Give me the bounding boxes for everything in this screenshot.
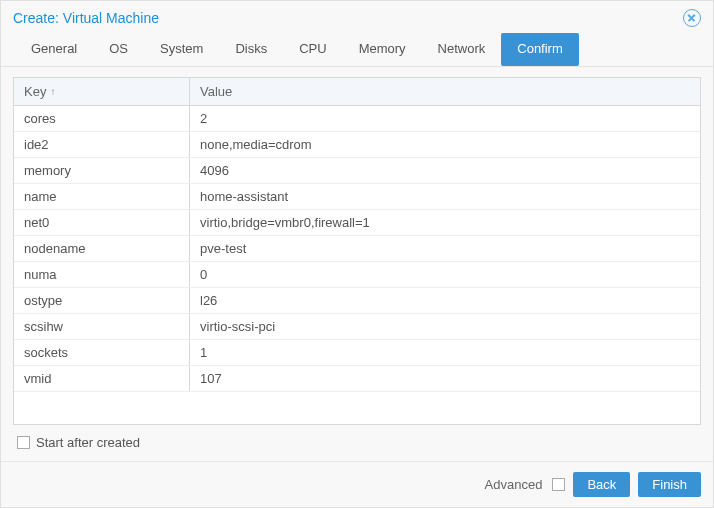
column-header-value-label: Value <box>200 84 232 99</box>
cell-value: virtio,bridge=vmbr0,firewall=1 <box>190 210 700 235</box>
cell-key: net0 <box>14 210 190 235</box>
tab-disks[interactable]: Disks <box>219 33 283 66</box>
grid-header: Key ↑ Value <box>14 78 700 106</box>
tab-general[interactable]: General <box>15 33 93 66</box>
table-row[interactable]: net0 virtio,bridge=vmbr0,firewall=1 <box>14 210 700 236</box>
cell-value: 0 <box>190 262 700 287</box>
grid-body: cores 2 ide2 none,media=cdrom memory 409… <box>14 106 700 424</box>
table-row[interactable]: sockets 1 <box>14 340 700 366</box>
table-row[interactable]: memory 4096 <box>14 158 700 184</box>
table-row[interactable]: scsihw virtio-scsi-pci <box>14 314 700 340</box>
cell-value: none,media=cdrom <box>190 132 700 157</box>
cell-value: 2 <box>190 106 700 131</box>
tab-network[interactable]: Network <box>422 33 502 66</box>
wizard-tabs: General OS System Disks CPU Memory Netwo… <box>1 33 713 67</box>
tab-os[interactable]: OS <box>93 33 144 66</box>
dialog-footer: Advanced Back Finish <box>1 461 713 507</box>
cell-key: memory <box>14 158 190 183</box>
cell-value: 107 <box>190 366 700 391</box>
tab-system[interactable]: System <box>144 33 219 66</box>
table-row[interactable]: cores 2 <box>14 106 700 132</box>
cell-value: pve-test <box>190 236 700 261</box>
cell-key: sockets <box>14 340 190 365</box>
cell-value: home-assistant <box>190 184 700 209</box>
column-header-key-label: Key <box>24 84 46 99</box>
cell-key: vmid <box>14 366 190 391</box>
sort-asc-icon: ↑ <box>50 86 55 97</box>
cell-value: 4096 <box>190 158 700 183</box>
table-row[interactable]: ostype l26 <box>14 288 700 314</box>
cell-value: virtio-scsi-pci <box>190 314 700 339</box>
cell-key: nodename <box>14 236 190 261</box>
column-header-key[interactable]: Key ↑ <box>14 78 190 105</box>
start-after-label: Start after created <box>36 435 140 450</box>
dialog-body: Key ↑ Value cores 2 ide2 none,media=cdro… <box>1 67 713 461</box>
advanced-checkbox[interactable] <box>552 478 565 491</box>
close-icon[interactable] <box>683 9 701 27</box>
cell-key: ostype <box>14 288 190 313</box>
table-row[interactable]: vmid 107 <box>14 366 700 392</box>
back-button[interactable]: Back <box>573 472 630 497</box>
cell-value: l26 <box>190 288 700 313</box>
cell-value: 1 <box>190 340 700 365</box>
table-row[interactable]: nodename pve-test <box>14 236 700 262</box>
advanced-label: Advanced <box>485 477 543 492</box>
tab-memory[interactable]: Memory <box>343 33 422 66</box>
column-header-value[interactable]: Value <box>190 78 700 105</box>
cell-key: scsihw <box>14 314 190 339</box>
cell-key: ide2 <box>14 132 190 157</box>
table-row[interactable]: name home-assistant <box>14 184 700 210</box>
table-row[interactable]: ide2 none,media=cdrom <box>14 132 700 158</box>
finish-button[interactable]: Finish <box>638 472 701 497</box>
cell-key: numa <box>14 262 190 287</box>
summary-grid: Key ↑ Value cores 2 ide2 none,media=cdro… <box>13 77 701 425</box>
dialog-header: Create: Virtual Machine <box>1 1 713 33</box>
cell-key: name <box>14 184 190 209</box>
tab-confirm[interactable]: Confirm <box>501 33 579 66</box>
dialog-title: Create: Virtual Machine <box>13 10 159 26</box>
cell-key: cores <box>14 106 190 131</box>
tab-cpu[interactable]: CPU <box>283 33 342 66</box>
create-vm-dialog: Create: Virtual Machine General OS Syste… <box>0 0 714 508</box>
table-row[interactable]: numa 0 <box>14 262 700 288</box>
start-after-row: Start after created <box>13 425 701 450</box>
start-after-checkbox[interactable] <box>17 436 30 449</box>
